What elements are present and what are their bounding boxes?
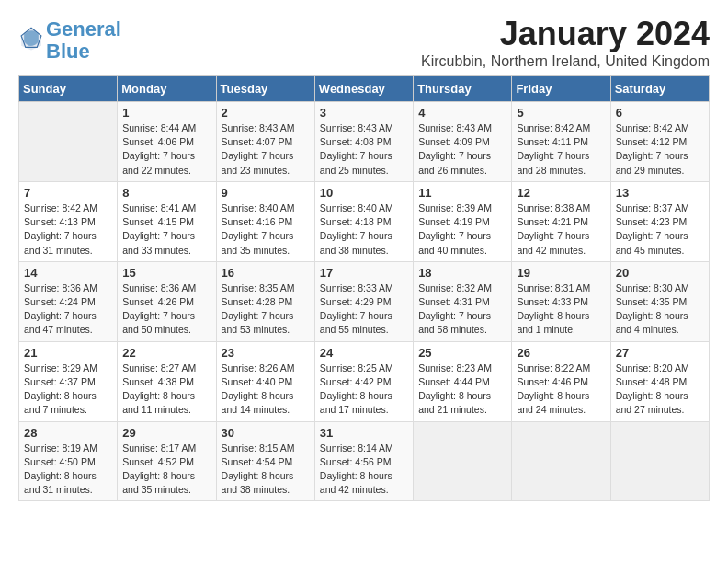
logo: General Blue (18, 18, 121, 63)
calendar-day-cell (19, 102, 118, 182)
day-info: Sunrise: 8:42 AMSunset: 4:11 PMDaylight:… (517, 121, 605, 178)
day-number: 14 (24, 266, 112, 280)
day-number: 28 (24, 426, 112, 440)
calendar-day-cell: 16Sunrise: 8:35 AMSunset: 4:28 PMDayligh… (216, 261, 314, 341)
calendar-day-cell: 4Sunrise: 8:43 AMSunset: 4:09 PMDaylight… (414, 102, 512, 182)
calendar-day-cell: 11Sunrise: 8:39 AMSunset: 4:19 PMDayligh… (414, 181, 512, 261)
calendar-week-row: 7Sunrise: 8:42 AMSunset: 4:13 PMDaylight… (19, 181, 710, 261)
day-info: Sunrise: 8:30 AMSunset: 4:35 PMDaylight:… (616, 282, 704, 338)
day-info: Sunrise: 8:42 AMSunset: 4:12 PMDaylight:… (616, 121, 704, 178)
calendar-day-cell: 24Sunrise: 8:25 AMSunset: 4:42 PMDayligh… (314, 341, 413, 421)
day-info: Sunrise: 8:43 AMSunset: 4:07 PMDaylight:… (222, 121, 310, 178)
calendar-week-row: 21Sunrise: 8:29 AMSunset: 4:37 PMDayligh… (19, 341, 710, 421)
day-info: Sunrise: 8:36 AMSunset: 4:26 PMDaylight:… (122, 282, 210, 338)
day-info: Sunrise: 8:33 AMSunset: 4:29 PMDaylight:… (320, 282, 408, 338)
calendar-day-cell: 3Sunrise: 8:43 AMSunset: 4:08 PMDaylight… (314, 102, 413, 182)
day-number: 2 (222, 106, 310, 120)
day-number: 18 (418, 266, 506, 280)
day-number: 24 (320, 346, 408, 360)
day-info: Sunrise: 8:35 AMSunset: 4:28 PMDaylight:… (222, 282, 310, 338)
day-info: Sunrise: 8:25 AMSunset: 4:42 PMDaylight:… (320, 362, 408, 418)
day-number: 12 (517, 186, 605, 200)
day-info: Sunrise: 8:26 AMSunset: 4:40 PMDaylight:… (222, 362, 310, 418)
calendar-day-cell: 26Sunrise: 8:22 AMSunset: 4:46 PMDayligh… (512, 341, 610, 421)
calendar-day-cell: 17Sunrise: 8:33 AMSunset: 4:29 PMDayligh… (314, 261, 413, 341)
day-info: Sunrise: 8:43 AMSunset: 4:09 PMDaylight:… (418, 121, 506, 178)
day-info: Sunrise: 8:38 AMSunset: 4:21 PMDaylight:… (517, 201, 605, 258)
day-number: 22 (122, 346, 210, 360)
calendar-day-cell: 10Sunrise: 8:40 AMSunset: 4:18 PMDayligh… (314, 181, 413, 261)
day-number: 23 (222, 346, 310, 360)
calendar-day-cell: 21Sunrise: 8:29 AMSunset: 4:37 PMDayligh… (19, 341, 118, 421)
calendar-day-cell: 31Sunrise: 8:14 AMSunset: 4:56 PMDayligh… (314, 421, 413, 501)
day-number: 11 (418, 186, 506, 200)
calendar-body: 1Sunrise: 8:44 AMSunset: 4:06 PMDaylight… (19, 102, 710, 501)
calendar-day-cell: 12Sunrise: 8:38 AMSunset: 4:21 PMDayligh… (512, 181, 610, 261)
day-info: Sunrise: 8:14 AMSunset: 4:56 PMDaylight:… (320, 442, 408, 498)
weekday-header-sunday: Sunday (19, 76, 118, 102)
day-number: 26 (517, 346, 605, 360)
calendar-day-cell: 27Sunrise: 8:20 AMSunset: 4:48 PMDayligh… (610, 341, 709, 421)
day-info: Sunrise: 8:19 AMSunset: 4:50 PMDaylight:… (24, 442, 112, 498)
day-info: Sunrise: 8:36 AMSunset: 4:24 PMDaylight:… (24, 282, 112, 338)
calendar-day-cell: 28Sunrise: 8:19 AMSunset: 4:50 PMDayligh… (19, 421, 118, 501)
day-info: Sunrise: 8:22 AMSunset: 4:46 PMDaylight:… (517, 362, 605, 418)
day-number: 3 (320, 106, 408, 120)
day-number: 13 (616, 186, 704, 200)
page-header: General Blue January 2024 Kircubbin, Nor… (18, 15, 710, 70)
calendar-day-cell: 8Sunrise: 8:41 AMSunset: 4:15 PMDaylight… (118, 181, 216, 261)
calendar-day-cell: 19Sunrise: 8:31 AMSunset: 4:33 PMDayligh… (512, 261, 610, 341)
logo-icon (18, 26, 44, 52)
day-info: Sunrise: 8:37 AMSunset: 4:23 PMDaylight:… (616, 201, 704, 258)
calendar-day-cell: 29Sunrise: 8:17 AMSunset: 4:52 PMDayligh… (118, 421, 216, 501)
weekday-header-monday: Monday (118, 76, 216, 102)
calendar-day-cell (414, 421, 512, 501)
calendar-week-row: 14Sunrise: 8:36 AMSunset: 4:24 PMDayligh… (19, 261, 710, 341)
day-number: 8 (122, 186, 210, 200)
calendar-day-cell: 5Sunrise: 8:42 AMSunset: 4:11 PMDaylight… (512, 102, 610, 182)
day-info: Sunrise: 8:41 AMSunset: 4:15 PMDaylight:… (122, 201, 210, 258)
day-info: Sunrise: 8:29 AMSunset: 4:37 PMDaylight:… (24, 362, 112, 418)
calendar-day-cell (512, 421, 610, 501)
day-number: 9 (222, 186, 310, 200)
day-number: 6 (616, 106, 704, 120)
weekday-header-friday: Friday (512, 76, 610, 102)
calendar-week-row: 1Sunrise: 8:44 AMSunset: 4:06 PMDaylight… (19, 102, 710, 182)
day-info: Sunrise: 8:32 AMSunset: 4:31 PMDaylight:… (418, 282, 506, 338)
day-number: 30 (222, 426, 310, 440)
day-info: Sunrise: 8:39 AMSunset: 4:19 PMDaylight:… (418, 201, 506, 258)
day-info: Sunrise: 8:15 AMSunset: 4:54 PMDaylight:… (222, 442, 310, 498)
calendar-table: SundayMondayTuesdayWednesdayThursdayFrid… (18, 75, 710, 501)
day-info: Sunrise: 8:40 AMSunset: 4:18 PMDaylight:… (320, 201, 408, 258)
day-number: 15 (122, 266, 210, 280)
calendar-day-cell: 2Sunrise: 8:43 AMSunset: 4:07 PMDaylight… (216, 102, 314, 182)
day-number: 7 (24, 186, 112, 200)
weekday-header-thursday: Thursday (414, 76, 512, 102)
calendar-day-cell: 13Sunrise: 8:37 AMSunset: 4:23 PMDayligh… (610, 181, 709, 261)
day-info: Sunrise: 8:40 AMSunset: 4:16 PMDaylight:… (222, 201, 310, 258)
calendar-day-cell: 9Sunrise: 8:40 AMSunset: 4:16 PMDaylight… (216, 181, 314, 261)
location-subtitle: Kircubbin, Northern Ireland, United King… (421, 53, 710, 70)
calendar-day-cell: 15Sunrise: 8:36 AMSunset: 4:26 PMDayligh… (118, 261, 216, 341)
month-title: January 2024 (421, 15, 710, 53)
day-number: 1 (122, 106, 210, 120)
day-info: Sunrise: 8:31 AMSunset: 4:33 PMDaylight:… (517, 282, 605, 338)
calendar-header: SundayMondayTuesdayWednesdayThursdayFrid… (19, 76, 710, 102)
logo-text: General Blue (46, 18, 121, 63)
day-number: 21 (24, 346, 112, 360)
calendar-day-cell: 30Sunrise: 8:15 AMSunset: 4:54 PMDayligh… (216, 421, 314, 501)
day-number: 25 (418, 346, 506, 360)
day-info: Sunrise: 8:23 AMSunset: 4:44 PMDaylight:… (418, 362, 506, 418)
day-info: Sunrise: 8:17 AMSunset: 4:52 PMDaylight:… (122, 442, 210, 498)
day-number: 27 (616, 346, 704, 360)
calendar-day-cell: 6Sunrise: 8:42 AMSunset: 4:12 PMDaylight… (610, 102, 709, 182)
calendar-week-row: 28Sunrise: 8:19 AMSunset: 4:50 PMDayligh… (19, 421, 710, 501)
calendar-day-cell: 23Sunrise: 8:26 AMSunset: 4:40 PMDayligh… (216, 341, 314, 421)
calendar-day-cell: 7Sunrise: 8:42 AMSunset: 4:13 PMDaylight… (19, 181, 118, 261)
calendar-day-cell (610, 421, 709, 501)
weekday-header-tuesday: Tuesday (216, 76, 314, 102)
day-number: 17 (320, 266, 408, 280)
day-number: 5 (517, 106, 605, 120)
day-info: Sunrise: 8:20 AMSunset: 4:48 PMDaylight:… (616, 362, 704, 418)
day-number: 29 (122, 426, 210, 440)
